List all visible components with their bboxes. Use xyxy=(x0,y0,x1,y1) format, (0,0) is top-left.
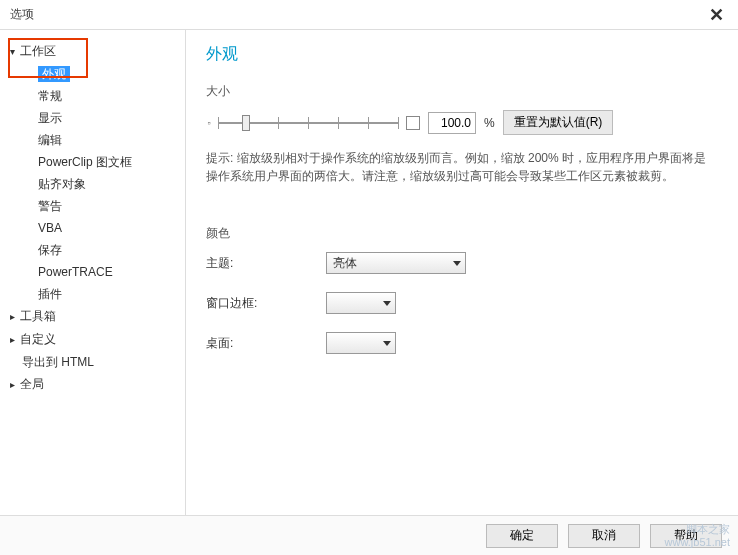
tree-item-label: 外观 xyxy=(38,66,70,82)
tree-item-label: PowerClip 图文框 xyxy=(38,155,132,169)
desktop-row: 桌面: xyxy=(206,332,718,354)
tree-item-label: 全局 xyxy=(20,377,44,391)
tree-item-自定义[interactable]: ▸自定义 xyxy=(8,328,177,351)
tree-item-PowerTRACE[interactable]: PowerTRACE xyxy=(8,261,177,283)
tree-item-VBA[interactable]: VBA xyxy=(8,217,177,239)
tree-item-label: 贴齐对象 xyxy=(38,177,86,191)
dialog-body: ▾工作区外观常规显示编辑PowerClip 图文框贴齐对象警告VBA保存Powe… xyxy=(0,30,738,515)
size-slider[interactable] xyxy=(218,113,398,133)
border-label: 窗口边框: xyxy=(206,295,326,312)
percent-label: % xyxy=(484,116,495,130)
tree-item-label: 编辑 xyxy=(38,133,62,147)
slider-min-mark: ▫ xyxy=(206,118,212,128)
size-hint-text: 提示: 缩放级别相对于操作系统的缩放级别而言。例如，缩放 200% 时，应用程序… xyxy=(206,149,718,185)
cancel-button[interactable]: 取消 xyxy=(568,524,640,548)
theme-row: 主题: 亮体 xyxy=(206,252,718,274)
tree-item-label: PowerTRACE xyxy=(38,265,113,279)
window-title: 选项 xyxy=(10,6,34,23)
tree-item-PowerClip 图文框[interactable]: PowerClip 图文框 xyxy=(8,151,177,173)
desktop-label: 桌面: xyxy=(206,335,326,352)
slider-thumb[interactable] xyxy=(242,115,250,131)
chevron-down-icon xyxy=(383,301,391,306)
panel-title: 外观 xyxy=(206,44,718,65)
tree-item-label: 导出到 HTML xyxy=(22,355,94,369)
tree-item-导出到 HTML[interactable]: 导出到 HTML xyxy=(8,351,177,373)
tree-item-编辑[interactable]: 编辑 xyxy=(8,129,177,151)
tree-item-label: 显示 xyxy=(38,111,62,125)
dialog-footer: 确定 取消 帮助 xyxy=(0,515,738,555)
border-row: 窗口边框: xyxy=(206,292,718,314)
theme-combo-value: 亮体 xyxy=(333,255,357,272)
tree-item-label: 插件 xyxy=(38,287,62,301)
tree-item-保存[interactable]: 保存 xyxy=(8,239,177,261)
tree-expand-icon[interactable]: ▸ xyxy=(10,308,20,326)
category-tree: ▾工作区外观常规显示编辑PowerClip 图文框贴齐对象警告VBA保存Powe… xyxy=(0,30,186,515)
settings-panel: 外观 大小 ▫ % 重置为默认值(R) xyxy=(186,30,738,515)
close-icon[interactable]: ✕ xyxy=(704,4,728,26)
tree-item-警告[interactable]: 警告 xyxy=(8,195,177,217)
desktop-combo[interactable] xyxy=(326,332,396,354)
help-button[interactable]: 帮助 xyxy=(650,524,722,548)
tree-item-显示[interactable]: 显示 xyxy=(8,107,177,129)
tree-item-工作区[interactable]: ▾工作区 xyxy=(8,40,177,63)
ok-button[interactable]: 确定 xyxy=(486,524,558,548)
tree-item-label: 自定义 xyxy=(20,332,56,346)
tree-item-label: 常规 xyxy=(38,89,62,103)
chevron-down-icon xyxy=(453,261,461,266)
size-controls: ▫ % 重置为默认值(R) xyxy=(206,110,718,135)
size-slider-wrap: ▫ xyxy=(206,113,398,133)
tree-expand-icon[interactable]: ▸ xyxy=(10,331,20,349)
tree-item-label: VBA xyxy=(38,221,62,235)
size-value-input[interactable] xyxy=(428,112,476,134)
chevron-down-icon xyxy=(383,341,391,346)
theme-label: 主题: xyxy=(206,255,326,272)
tree-item-常规[interactable]: 常规 xyxy=(8,85,177,107)
tree-item-全局[interactable]: ▸全局 xyxy=(8,373,177,396)
titlebar: 选项 ✕ xyxy=(0,0,738,30)
tree-item-插件[interactable]: 插件 xyxy=(8,283,177,305)
size-checkbox[interactable] xyxy=(406,116,420,130)
tree-item-贴齐对象[interactable]: 贴齐对象 xyxy=(8,173,177,195)
tree-item-label: 保存 xyxy=(38,243,62,257)
reset-button[interactable]: 重置为默认值(R) xyxy=(503,110,614,135)
border-combo[interactable] xyxy=(326,292,396,314)
color-section-label: 颜色 xyxy=(206,225,718,242)
tree-collapse-icon[interactable]: ▾ xyxy=(10,43,20,61)
tree-expand-icon[interactable]: ▸ xyxy=(10,376,20,394)
theme-combo[interactable]: 亮体 xyxy=(326,252,466,274)
tree-item-label: 工作区 xyxy=(20,44,56,58)
tree-item-label: 工具箱 xyxy=(20,309,56,323)
tree-item-label: 警告 xyxy=(38,199,62,213)
size-section-label: 大小 xyxy=(206,83,718,100)
tree-item-工具箱[interactable]: ▸工具箱 xyxy=(8,305,177,328)
tree-item-外观[interactable]: 外观 xyxy=(8,63,177,85)
